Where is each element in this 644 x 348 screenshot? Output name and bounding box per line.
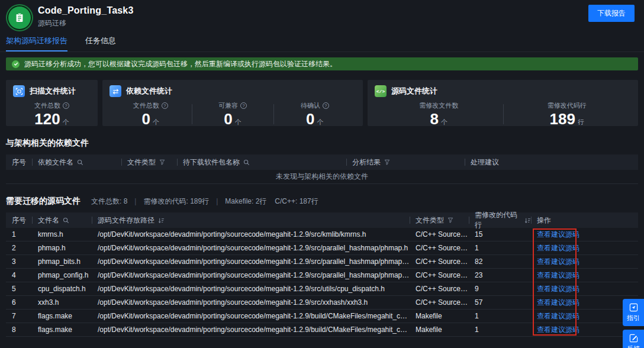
view-suggested-code-link[interactable]: 查看建议源码 (537, 285, 579, 293)
dependency-stats-card: 依赖文件统计 文件总数 0个 可兼容 0个 待确认 0个 (102, 80, 363, 126)
col-label: 待下载软件包名称 (183, 157, 240, 167)
stat-files-to-modify: 需修改文件数 8个 (375, 101, 503, 130)
search-icon[interactable] (77, 159, 83, 166)
cell-index: 7 (6, 312, 32, 320)
cell-index: 6 (6, 298, 32, 307)
code-icon: </> (375, 85, 387, 97)
stat-label: 文件总数 (34, 101, 60, 110)
download-report-button[interactable]: 下载报告 (588, 5, 635, 22)
page-title: Code_Porting_Task3 (38, 5, 134, 16)
page-header: Code_Porting_Task3 源码迁移 下载报告 (0, 0, 644, 29)
help-icon[interactable] (240, 102, 247, 109)
cell-file-name: flags.make (32, 326, 92, 334)
guide-float-button[interactable]: 指引 (623, 299, 644, 326)
dependency-section-title: 与架构相关的依赖文件 (6, 138, 89, 149)
guide-icon (629, 303, 638, 312)
cell-file-path: /opt/DevKit/workspace/devadmin/porting/s… (92, 326, 410, 334)
sort-icon[interactable] (158, 217, 165, 224)
stat-value: 120 (34, 110, 60, 128)
source-stats-card: </> 源码文件统计 需修改文件数 8个 需修改代码行 189行 (368, 80, 638, 126)
dependency-card-title: 依赖文件统计 (126, 86, 172, 96)
view-suggested-code-link[interactable]: 查看建议源码 (537, 230, 579, 239)
cell-file-name: flags.make (32, 312, 92, 320)
dependency-table-empty-state: 未发现与架构相关的依赖文件 (6, 170, 638, 184)
help-icon[interactable] (323, 102, 329, 109)
cell-file-type: C/C++ Source File (410, 257, 469, 266)
col-label: 依赖文件名 (38, 157, 73, 167)
cell-index: 4 (6, 271, 32, 279)
stat-value: 189 (550, 110, 575, 128)
stat-label: 文件总数 (133, 101, 159, 110)
swap-arrows-icon (110, 85, 121, 97)
stat-unit: 个 (235, 118, 242, 125)
cell-modified-lines: 1 (469, 326, 531, 334)
search-icon[interactable] (63, 217, 69, 224)
cell-file-type: C/C++ Source File (410, 230, 469, 239)
view-suggested-code-link[interactable]: 查看建议源码 (537, 312, 579, 320)
task-avatar (8, 7, 31, 29)
stat-value: 8 (430, 110, 439, 128)
main-content: 源码迁移分析成功，您可以根据建议完成源码包迁移，然后重新编译或执行源码包以验证迁… (0, 57, 644, 337)
col-package-name: 待下载软件包名称 (177, 154, 346, 170)
col-label: 文件类型 (416, 215, 444, 225)
stat-value: 0 (142, 110, 150, 128)
stat-value: 0 (224, 110, 232, 128)
view-suggested-code-link[interactable]: 查看建议源码 (537, 326, 579, 334)
filter-icon[interactable] (159, 159, 165, 165)
stat-unit: 个 (317, 118, 323, 125)
tab-task-info[interactable]: 任务信息 (85, 31, 116, 51)
tab-bar: 架构源码迁移报告 任务信息 (0, 31, 644, 52)
filter-icon[interactable] (384, 159, 390, 165)
filter-icon[interactable] (447, 217, 453, 223)
table-row: 1 kmrns.h /opt/DevKit/workspace/devadmin… (6, 228, 638, 241)
tab-migration-report[interactable]: 架构源码迁移报告 (6, 31, 67, 51)
guide-label: 指引 (627, 314, 640, 323)
clipboard-icon (14, 12, 25, 23)
cell-file-type: C/C++ Source File (410, 298, 469, 307)
stat-label: 需修改文件数 (419, 101, 458, 110)
col-file-name: 文件名 (32, 212, 92, 228)
stat-dep-pending: 待确认 0个 (273, 101, 356, 130)
view-suggested-code-link[interactable]: 查看建议源码 (537, 298, 579, 307)
stat-dep-total: 文件总数 0个 (110, 101, 192, 130)
search-icon[interactable] (243, 159, 250, 166)
view-suggested-code-link[interactable]: 查看建议源码 (537, 244, 579, 252)
cell-file-path: /opt/DevKit/workspace/devadmin/porting/s… (92, 257, 410, 266)
scan-card-title: 扫描文件统计 (30, 86, 76, 96)
cell-index: 1 (6, 230, 32, 239)
scan-stats-card: 扫描文件统计 文件总数 120个 (6, 80, 98, 126)
col-label: 序号 (12, 157, 26, 167)
stat-unit: 个 (441, 118, 447, 125)
stat-lines-to-modify: 需修改代码行 189行 (503, 101, 632, 130)
cell-file-type: Makefile (410, 312, 469, 320)
help-icon[interactable] (162, 102, 168, 109)
source-card-title: 源码文件统计 (391, 86, 437, 96)
col-label: 分析结果 (352, 157, 381, 167)
view-suggested-code-link[interactable]: 查看建议源码 (537, 257, 579, 266)
meta-cpp-lines: C/C++: 187行 (275, 196, 318, 207)
cell-modified-lines: 23 (469, 271, 531, 279)
cell-file-type: C/C++ Source File (410, 271, 469, 279)
help-icon[interactable] (63, 102, 69, 109)
table-row: 6 xxh3.h /opt/DevKit/workspace/devadmin/… (6, 296, 638, 310)
cell-file-name: xxh3.h (32, 298, 92, 307)
col-label: 文件类型 (127, 157, 156, 167)
success-banner-text: 源码迁移分析成功，您可以根据建议完成源码包迁移，然后重新编译或执行源码包以验证迁… (24, 59, 337, 69)
feedback-icon (629, 334, 638, 343)
col-suggestion: 处理建议 (465, 154, 638, 170)
table-row: 7 flags.make /opt/DevKit/workspace/devad… (6, 310, 638, 323)
meta-divider: | (216, 197, 218, 205)
stat-total-files-scanned: 文件总数 120个 (13, 101, 91, 130)
feedback-float-button[interactable]: 反馈 (623, 330, 644, 348)
col-analysis-result: 分析结果 (346, 154, 465, 170)
view-suggested-code-link[interactable]: 查看建议源码 (537, 271, 579, 279)
cell-modified-lines: 57 (469, 298, 531, 307)
sort-icon[interactable] (524, 217, 531, 224)
stat-unit: 行 (578, 118, 584, 125)
table-row: 5 cpu_dispatch.h /opt/DevKit/workspace/d… (6, 282, 638, 296)
cell-index: 2 (6, 244, 32, 252)
cell-modified-lines: 1 (469, 244, 531, 252)
cell-file-type: C/C++ Source File (410, 285, 469, 293)
cell-file-path: /opt/DevKit/workspace/devadmin/porting/s… (92, 271, 410, 279)
cell-file-name: phmap_bits.h (32, 257, 92, 266)
